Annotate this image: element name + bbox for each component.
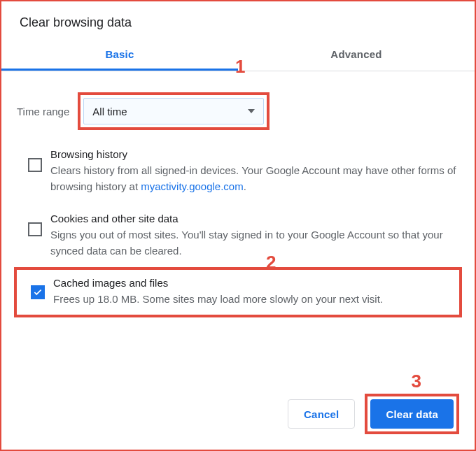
tab-basic[interactable]: Basic: [1, 43, 238, 71]
dialog-title: Clear browsing data: [1, 1, 475, 43]
checkbox-cookies[interactable]: [28, 222, 42, 236]
annotation-2: 2: [266, 252, 276, 273]
highlight-box-3: Clear data: [365, 394, 459, 434]
option-cookies-title: Cookies and other site data: [50, 213, 456, 224]
annotation-3: 3: [412, 371, 421, 392]
time-range-label: Time range: [17, 106, 69, 117]
checkbox-cache[interactable]: [31, 285, 45, 299]
option-cookies: Cookies and other site data Signs you ou…: [14, 203, 462, 267]
annotation-1: 1: [235, 56, 245, 78]
option-history-title: Browsing history: [50, 148, 456, 160]
option-history-desc-text: Clears history from all signed-in device…: [50, 164, 456, 192]
option-cache-title: Cached images and files: [53, 277, 454, 289]
clear-data-button-label: Clear data: [386, 408, 438, 420]
time-range-row: Time range All time: [1, 71, 475, 130]
time-range-select[interactable]: All time: [83, 98, 264, 124]
cancel-button-label: Cancel: [304, 408, 339, 420]
chevron-down-icon: [248, 109, 255, 113]
time-range-value: All time: [92, 106, 127, 117]
option-history-desc-post: .: [244, 180, 246, 192]
clear-data-button[interactable]: Clear data: [370, 399, 454, 429]
tab-advanced[interactable]: Advanced: [238, 43, 475, 71]
cancel-button[interactable]: Cancel: [288, 399, 355, 429]
link-myactivity[interactable]: myactivity.google.com: [141, 180, 243, 192]
option-browsing-history: Browsing history Clears history from all…: [14, 138, 462, 203]
tab-advanced-label: Advanced: [330, 48, 382, 60]
dialog-clear-browsing-data: Clear browsing data Basic Advanced Time …: [0, 0, 476, 451]
checkbox-browsing-history[interactable]: [28, 158, 42, 172]
highlight-box-2: Cached images and files Frees up 18.0 MB…: [14, 267, 462, 317]
option-history-desc: Clears history from all signed-in device…: [50, 163, 456, 194]
highlight-box-1: All time: [78, 92, 270, 130]
option-cookies-desc: Signs you out of most sites. You'll stay…: [50, 227, 456, 259]
dialog-footer: Cancel Clear data: [288, 394, 459, 434]
option-cache-desc: Frees up 18.0 MB. Some sites may load mo…: [53, 292, 454, 308]
option-cache: Cached images and files Frees up 18.0 MB…: [20, 274, 456, 310]
tab-basic-label: Basic: [105, 48, 134, 60]
options-list: Browsing history Clears history from all…: [1, 130, 475, 317]
